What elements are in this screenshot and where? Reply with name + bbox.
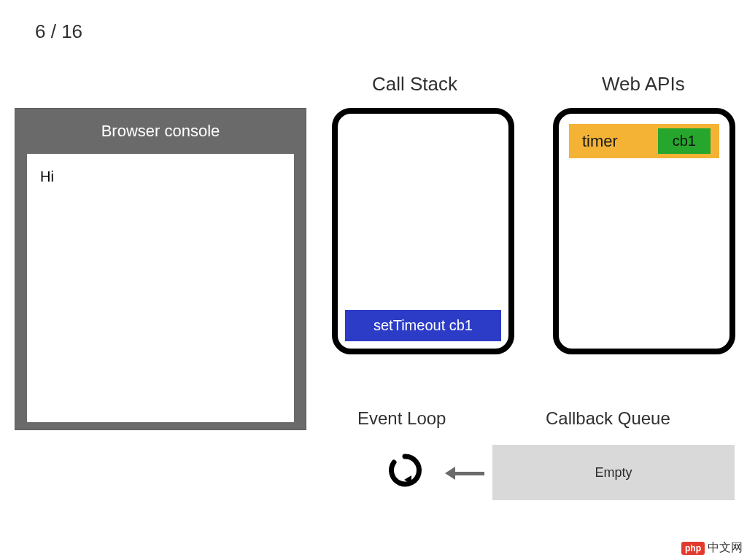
callback-chip: cb1 xyxy=(658,128,711,154)
stack-frame: setTimeout cb1 xyxy=(345,310,501,341)
timer-entry: timer cb1 xyxy=(569,124,719,158)
watermark: php 中文网 xyxy=(681,540,743,556)
watermark-badge: php xyxy=(681,542,705,555)
call-stack-frames: setTimeout cb1 xyxy=(345,310,501,341)
web-api-entries: timer cb1 xyxy=(569,124,719,158)
arrow-left-icon xyxy=(445,467,484,480)
callback-queue-status: Empty xyxy=(595,465,632,481)
browser-console-panel: Browser console Hi xyxy=(15,108,306,430)
web-apis-title: Web APIs xyxy=(602,73,685,96)
call-stack-box: setTimeout cb1 xyxy=(332,108,514,354)
call-stack-title: Call Stack xyxy=(372,73,457,96)
event-loop-icon xyxy=(387,452,423,491)
watermark-text: 中文网 xyxy=(708,540,743,556)
callback-queue-box: Empty xyxy=(492,445,735,500)
browser-console-output: Hi xyxy=(27,154,294,422)
browser-console-title: Browser console xyxy=(15,109,306,154)
console-line: Hi xyxy=(40,168,281,185)
event-loop-title: Event Loop xyxy=(357,408,446,429)
callback-queue-title: Callback Queue xyxy=(546,408,670,429)
web-apis-box: timer cb1 xyxy=(553,108,735,354)
step-counter: 6 / 16 xyxy=(35,20,82,43)
timer-label: timer xyxy=(578,132,618,151)
